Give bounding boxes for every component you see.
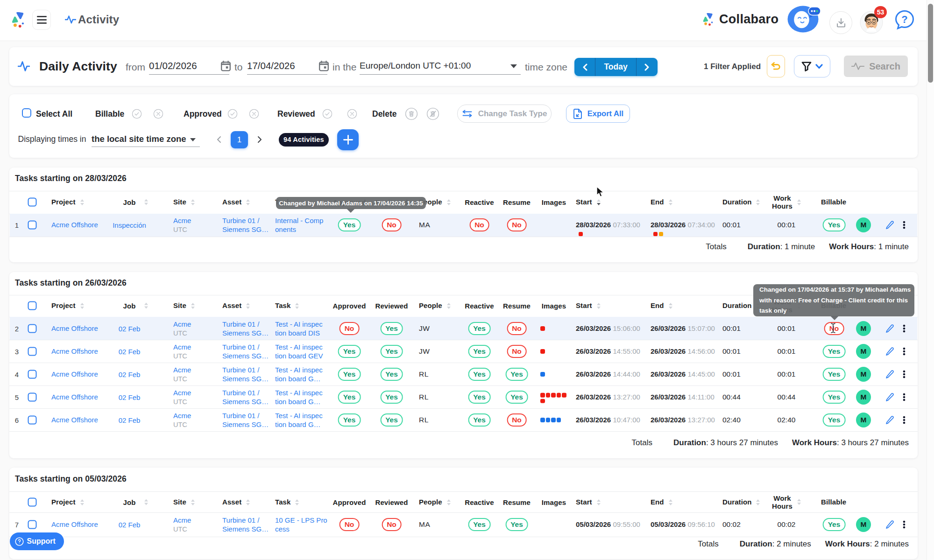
- svg-text:?: ?: [901, 14, 907, 25]
